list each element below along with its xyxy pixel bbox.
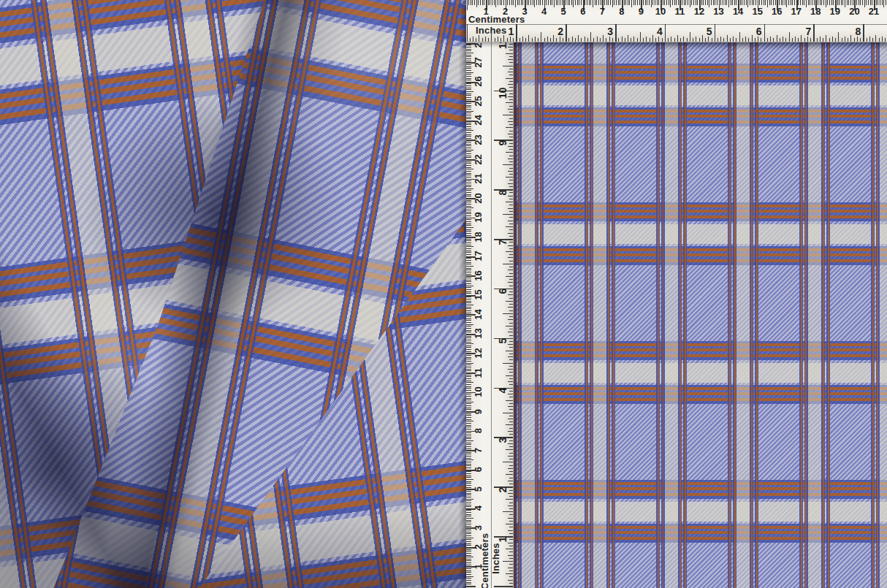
inch-tick [509,570,513,571]
inch-tick [671,37,671,42]
inch-tick [509,471,513,472]
inch-tick [495,38,495,42]
inch-tick [587,38,588,42]
inch-tick [885,38,886,42]
inch-tick [509,446,513,447]
inch-tick [637,38,638,42]
inch-tick [503,313,513,314]
inch-tick [506,152,513,153]
inch-tick [538,38,538,42]
inch-tick [508,443,513,444]
inch-tick [509,242,513,243]
inch-tick [777,35,777,42]
inch-tick [509,310,513,311]
inch-tick [622,37,623,42]
inch-tick [804,38,805,42]
inch-tick [508,394,513,394]
inch-number: 3 [498,432,508,448]
inch-tick [509,75,513,75]
inch-tick [506,499,513,500]
inch-tick [509,211,513,212]
inch-tick [508,369,513,370]
inch-tick [509,397,513,397]
inch-tick [509,205,513,205]
inch-tick [509,551,513,552]
inch-tick [820,37,821,42]
inch-tick [509,62,513,63]
inch-tick [581,38,582,42]
inch-tick [509,459,513,459]
inch-tick [807,37,808,42]
inch-tick [508,543,513,543]
inch-tick [509,484,513,484]
inch-tick [508,294,513,295]
inch-tick [593,38,594,42]
inch-tick [508,505,513,506]
inch-tick [522,37,523,42]
inch-tick [508,159,513,159]
inch-tick [612,38,613,42]
inch-tick [568,38,569,42]
inch-tick [509,186,513,187]
inch-tick [509,174,513,175]
inch-tick [500,38,501,42]
inch-tick [823,38,823,42]
inch-tick [547,37,548,42]
inch-tick [509,372,513,373]
inch-tick [509,192,513,193]
inch-tick [503,164,513,165]
inch-tick [817,38,818,42]
inch-tick [633,37,634,42]
inch-tick [508,431,513,432]
inch-tick [508,183,513,184]
inch-tick [508,196,513,196]
inch-tick [832,37,833,42]
inch-tick [503,363,513,364]
inch-tick [509,428,513,429]
inch-tick [829,38,830,42]
inch-tick [795,37,796,42]
inch-tick [509,143,513,144]
inch-number: 9 [498,134,508,150]
top-ruler: Centimeters 1234567891011121314151617181… [466,0,887,42]
inch-tick [509,316,513,317]
inch-tick [618,38,619,42]
inch-number: 5 [498,333,508,349]
inch-tick [509,137,513,137]
inch-tick [509,273,513,274]
inch-tick [509,131,513,131]
inch-tick [742,38,743,42]
inch-number: 7 [800,27,816,37]
crumpled-fabric-panel [0,0,466,588]
inch-number: 2 [498,481,508,497]
inch-tick [646,37,647,42]
inch-tick [585,37,585,42]
inch-tick [597,37,598,42]
inch-tick [498,37,498,42]
inch-tick [509,56,513,57]
inch-tick [506,202,513,202]
top-ruler-inch-scale: Inches 12345678 [466,0,887,42]
inch-tick [509,99,513,100]
inch-tick [720,37,721,42]
inch-tick [509,508,513,509]
inch-tick [509,286,513,286]
inch-tick [503,561,513,562]
inch-tick [780,38,780,42]
inch-tick [467,24,468,42]
inch-tick [606,38,606,42]
inch-tick [519,38,520,42]
inch-tick [509,533,513,534]
inch-tick [509,359,513,360]
inch-tick [488,38,489,42]
inch-tick [658,37,659,42]
inch-number: 10 [498,85,508,102]
inch-number: 4 [498,383,508,399]
inch-tick [509,229,513,230]
inch-tick [506,276,513,277]
inch-tick [509,490,513,491]
inch-tick [509,514,513,515]
inch-tick [509,434,513,435]
inch-tick [508,332,513,332]
inch-tick [631,38,631,42]
